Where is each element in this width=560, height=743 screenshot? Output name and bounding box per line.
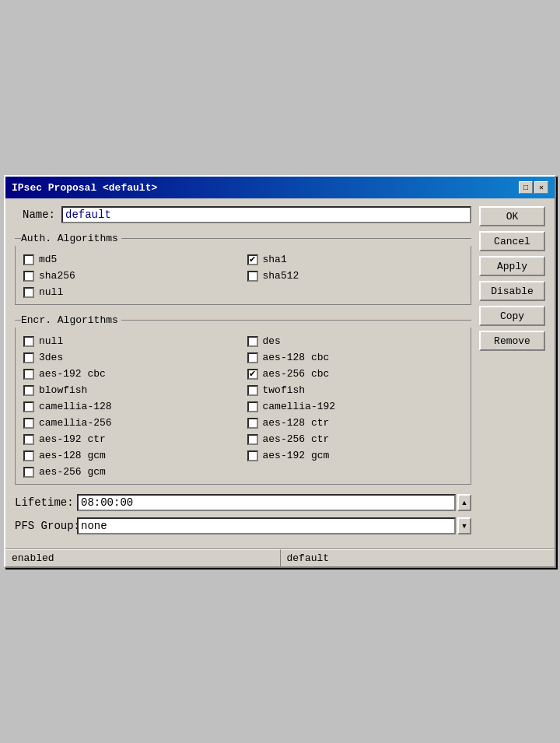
null-auth-checkbox[interactable] (23, 287, 34, 298)
pfs-dropdown-button[interactable]: ▼ (457, 517, 471, 534)
minimize-button[interactable]: □ (519, 181, 533, 194)
aes256ctr-label[interactable]: aes-256 ctr (263, 433, 330, 445)
aes192ctr-label[interactable]: aes-192 ctr (39, 433, 106, 445)
encr-group-label: Encr. Algorithms (21, 314, 121, 326)
auth-line-right (121, 238, 471, 239)
name-row: Name: (15, 206, 471, 223)
pfs-row: PFS Group: ▼ (15, 517, 471, 534)
blowfish-checkbox[interactable] (23, 385, 34, 396)
list-item: aes-192 cbc (23, 368, 240, 380)
aes256ctr-checkbox[interactable] (247, 434, 258, 445)
list-item: camellia-128 (23, 401, 240, 412)
camellia128-checkbox[interactable] (23, 401, 34, 412)
status-enabled: enabled (5, 549, 281, 566)
blowfish-label[interactable]: blowfish (39, 384, 87, 396)
null-encr-label[interactable]: null (39, 335, 63, 347)
aes128gcm-label[interactable]: aes-128 gcm (39, 450, 106, 461)
encr-algorithms-group: Encr. Algorithms null des (15, 314, 471, 485)
aes192cbc-checkbox[interactable] (23, 369, 34, 380)
pfs-input[interactable] (77, 517, 456, 534)
aes192ctr-checkbox[interactable] (23, 434, 34, 445)
list-item: aes-128 gcm (23, 450, 240, 461)
list-item: null (23, 286, 463, 298)
list-item: aes-192 ctr (23, 433, 240, 445)
list-item: aes-128 ctr (247, 417, 464, 429)
3des-label[interactable]: 3des (39, 352, 63, 363)
close-button[interactable]: ✕ (534, 181, 548, 194)
aes192gcm-checkbox[interactable] (247, 450, 258, 461)
list-item: md5 (23, 254, 240, 265)
camellia192-checkbox[interactable] (247, 401, 258, 412)
md5-checkbox[interactable] (23, 254, 34, 265)
aes128ctr-label[interactable]: aes-128 ctr (263, 417, 330, 429)
des-label[interactable]: des (263, 335, 281, 347)
3des-checkbox[interactable] (23, 352, 34, 363)
auth-group-header: Auth. Algorithms (15, 233, 471, 244)
list-item: aes-256 cbc (247, 368, 464, 380)
aes192gcm-label[interactable]: aes-192 gcm (263, 450, 330, 461)
sha1-checkbox[interactable] (247, 254, 258, 265)
md5-label[interactable]: md5 (39, 254, 57, 265)
name-input[interactable] (61, 206, 471, 223)
list-item: des (247, 335, 464, 347)
camellia192-label[interactable]: camellia-192 (263, 401, 336, 412)
cancel-button[interactable]: Cancel (479, 231, 545, 251)
lifetime-input-wrap: ▲ (77, 494, 471, 511)
main-content: Name: Auth. Algorithms md5 (15, 206, 471, 541)
aes128cbc-checkbox[interactable] (247, 352, 258, 363)
sha256-label[interactable]: sha256 (39, 270, 75, 282)
aes256gcm-label[interactable]: aes-256 gcm (39, 466, 106, 478)
aes256cbc-label[interactable]: aes-256 cbc (263, 368, 330, 380)
null-auth-label[interactable]: null (39, 286, 63, 298)
ok-button[interactable]: OK (479, 206, 545, 226)
lifetime-input[interactable] (77, 494, 456, 511)
list-item: aes-256 gcm (23, 466, 463, 478)
window-body: Name: Auth. Algorithms md5 (5, 198, 555, 548)
camellia256-label[interactable]: camellia-256 (39, 417, 112, 429)
aes128gcm-checkbox[interactable] (23, 450, 34, 461)
auth-group-label: Auth. Algorithms (21, 233, 121, 244)
auth-line-left (15, 238, 21, 239)
list-item: camellia-256 (23, 417, 240, 429)
list-item: blowfish (23, 384, 240, 396)
des-checkbox[interactable] (247, 336, 258, 347)
list-item: aes-192 gcm (247, 450, 464, 461)
encr-line-left (15, 320, 21, 321)
title-bar: IPsec Proposal <default> □ ✕ (5, 177, 555, 198)
disable-button[interactable]: Disable (479, 281, 545, 301)
sha256-checkbox[interactable] (23, 271, 34, 282)
name-label: Name: (15, 209, 61, 221)
auth-checkbox-grid: md5 sha1 sha256 (23, 254, 463, 282)
apply-button[interactable]: Apply (479, 256, 545, 276)
status-bar: enabled default (5, 548, 555, 566)
remove-button[interactable]: Remove (479, 331, 545, 351)
null-encr-checkbox[interactable] (23, 336, 34, 347)
copy-button[interactable]: Copy (479, 306, 545, 326)
button-panel: OK Cancel Apply Disable Copy Remove (479, 206, 545, 541)
encr-checkbox-grid: null des 3des (23, 335, 463, 461)
aes128ctr-checkbox[interactable] (247, 418, 258, 429)
camellia256-checkbox[interactable] (23, 418, 34, 429)
list-item: 3des (23, 352, 240, 363)
window-title: IPsec Proposal <default> (12, 182, 157, 194)
list-item: camellia-192 (247, 401, 464, 412)
sha512-label[interactable]: sha512 (263, 270, 299, 282)
aes256gcm-checkbox[interactable] (23, 467, 34, 478)
main-window: IPsec Proposal <default> □ ✕ Name: Auth.… (4, 175, 556, 568)
list-item: aes-128 cbc (247, 352, 464, 363)
lifetime-label: Lifetime: (15, 496, 77, 509)
encr-line-right (121, 320, 471, 321)
aes128cbc-label[interactable]: aes-128 cbc (263, 352, 330, 363)
aes192cbc-label[interactable]: aes-192 cbc (39, 368, 106, 380)
list-item: sha1 (247, 254, 464, 265)
sha512-checkbox[interactable] (247, 271, 258, 282)
aes256cbc-checkbox[interactable] (247, 369, 258, 380)
lifetime-spin-button[interactable]: ▲ (457, 494, 471, 511)
encr-group-inner: null des 3des (15, 328, 471, 485)
sha1-label[interactable]: sha1 (263, 254, 287, 265)
status-default: default (281, 549, 555, 566)
auth-algorithms-group: Auth. Algorithms md5 sha1 (15, 233, 471, 305)
twofish-checkbox[interactable] (247, 385, 258, 396)
camellia128-label[interactable]: camellia-128 (39, 401, 112, 412)
twofish-label[interactable]: twofish (263, 384, 306, 396)
